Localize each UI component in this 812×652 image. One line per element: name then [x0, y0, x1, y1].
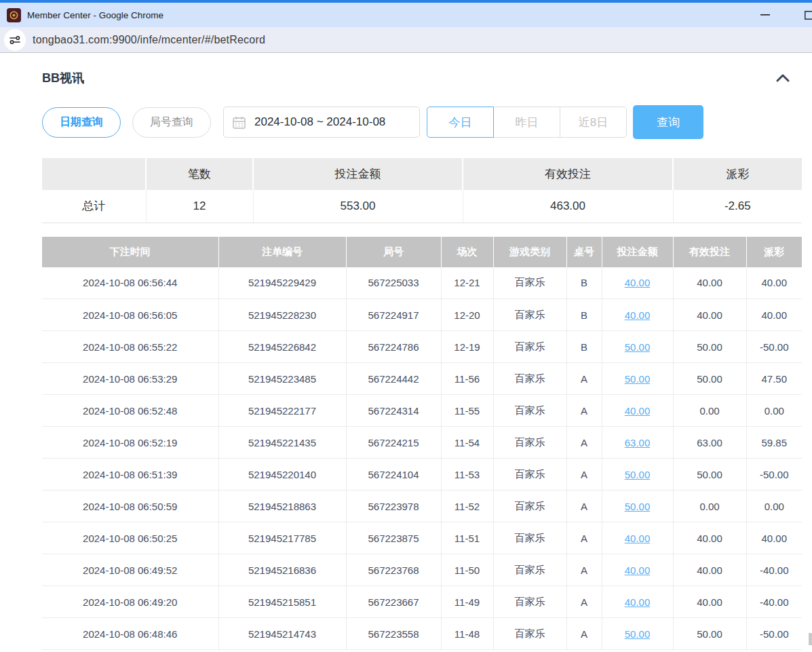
- bet-time-cell: 2024-10-08 06:55:22: [42, 331, 218, 363]
- summary-header-count: 笔数: [146, 158, 253, 190]
- header-table-no: 桌号: [566, 237, 602, 267]
- summary-header-row: 笔数 投注金额 有效投注 派彩: [42, 158, 802, 190]
- bet-id-cell: 521945220140: [218, 459, 346, 491]
- bet-amount-link[interactable]: 50.00: [625, 628, 651, 640]
- bet-time-cell: 2024-10-08 06:56:44: [42, 267, 218, 299]
- payout-cell: -40.00: [746, 554, 802, 586]
- table-no-cell: A: [566, 427, 602, 459]
- valid-bet-cell: 40.00: [673, 299, 746, 331]
- table-row: 2024-10-08 06:53:29521945223485567224442…: [42, 363, 802, 395]
- payout-cell: -40.00: [746, 586, 802, 618]
- game-type-cell: 百家乐: [493, 459, 566, 491]
- bet-amount-link[interactable]: 40.00: [625, 309, 651, 321]
- search-button[interactable]: 查询: [633, 105, 703, 139]
- bet-id-cell: 521945216836: [218, 554, 346, 586]
- game-type-cell: 百家乐: [493, 491, 566, 522]
- table-row: 2024-10-08 06:55:22521945226842567224786…: [42, 331, 802, 363]
- session-cell: 11-55: [441, 395, 493, 427]
- bet-id-cell: 521945218863: [218, 491, 346, 522]
- url-text[interactable]: tongbao31.com:9900/infe/mcenter/#/betRec…: [33, 34, 265, 46]
- chevron-up-icon[interactable]: [776, 74, 790, 82]
- bet-amount-link[interactable]: 40.00: [625, 405, 651, 417]
- round-id-cell: 567223667: [346, 586, 441, 618]
- tune-icon[interactable]: [4, 29, 26, 51]
- game-type-cell: 百家乐: [493, 427, 566, 459]
- records-header-row: 下注时间 注单编号 局号 场次 游戏类别 桌号 投注金额 有效投注 派彩: [42, 237, 802, 267]
- round-id-cell: 567224215: [346, 427, 441, 459]
- last-8-days-button[interactable]: 近8日: [560, 107, 627, 138]
- table-no-cell: B: [566, 299, 602, 331]
- maximize-button[interactable]: [800, 6, 812, 24]
- table-row: 2024-10-08 06:50:59521945218863567223978…: [42, 491, 802, 522]
- bet-amount-link[interactable]: 40.00: [625, 596, 651, 608]
- date-range-picker[interactable]: 2024-10-08 ~ 2024-10-08: [223, 107, 420, 138]
- summary-header-payout: 派彩: [673, 158, 802, 190]
- payout-cell: 40.00: [746, 299, 802, 331]
- bet-amount-link[interactable]: 40.00: [625, 277, 651, 288]
- session-cell: 11-50: [441, 554, 493, 586]
- payout-cell: 0.00: [746, 395, 802, 427]
- game-type-cell: 百家乐: [493, 299, 566, 331]
- table-no-cell: A: [566, 491, 602, 522]
- valid-bet-cell: 40.00: [673, 554, 746, 586]
- round-query-tab[interactable]: 局号查询: [132, 107, 211, 138]
- yesterday-button[interactable]: 昨日: [493, 107, 560, 138]
- round-id-cell: 567223978: [346, 491, 441, 522]
- summary-payout-value: -2.65: [673, 190, 802, 223]
- bet-records-table: 下注时间 注单编号 局号 场次 游戏类别 桌号 投注金额 有效投注 派彩 202…: [42, 237, 802, 651]
- bet-amount-link[interactable]: 50.00: [625, 469, 651, 480]
- date-query-tab[interactable]: 日期查询: [42, 107, 121, 138]
- round-id-cell: 567224104: [346, 459, 441, 491]
- table-row: 2024-10-08 06:49:20521945215851567223667…: [42, 586, 802, 618]
- valid-bet-cell: 50.00: [673, 363, 746, 395]
- bet-id-cell: 521945228230: [218, 299, 346, 331]
- bet-amount-cell: 40.00: [602, 554, 673, 586]
- table-no-cell: A: [566, 618, 602, 650]
- bet-amount-cell: 40.00: [602, 522, 673, 554]
- game-type-cell: 百家乐: [493, 554, 566, 586]
- bet-time-cell: 2024-10-08 06:51:39: [42, 459, 218, 491]
- round-id-cell: 567223768: [346, 554, 441, 586]
- payout-cell: 0.00: [746, 491, 802, 522]
- bet-amount-link[interactable]: 50.00: [625, 341, 651, 353]
- header-bet-time: 下注时间: [42, 237, 218, 267]
- table-row: 2024-10-08 06:49:52521945216836567223768…: [42, 554, 802, 586]
- bet-amount-cell: 50.00: [602, 491, 673, 522]
- game-type-cell: 百家乐: [493, 618, 566, 650]
- valid-bet-cell: 40.00: [673, 522, 746, 554]
- page-title: BB视讯: [42, 70, 84, 86]
- table-no-cell: B: [566, 267, 602, 299]
- quick-range-group: 今日 昨日 近8日: [427, 107, 627, 138]
- bet-time-cell: 2024-10-08 06:50:25: [42, 522, 218, 554]
- bet-amount-link[interactable]: 63.00: [625, 437, 651, 448]
- bet-time-cell: 2024-10-08 06:52:19: [42, 427, 218, 459]
- minimize-button[interactable]: [756, 6, 774, 24]
- bet-amount-link[interactable]: 40.00: [625, 533, 651, 544]
- bet-time-cell: 2024-10-08 06:56:05: [42, 299, 218, 331]
- session-cell: 12-19: [441, 331, 493, 363]
- bet-amount-cell: 50.00: [602, 331, 673, 363]
- table-no-cell: A: [566, 459, 602, 491]
- table-row: 2024-10-08 06:50:25521945217785567223875…: [42, 522, 802, 554]
- today-button[interactable]: 今日: [427, 107, 494, 138]
- valid-bet-cell: 0.00: [673, 491, 746, 522]
- round-id-cell: 567224442: [346, 363, 441, 395]
- bet-amount-link[interactable]: 40.00: [625, 564, 651, 576]
- summary-header-bet-amount: 投注金额: [253, 158, 463, 190]
- table-row: 2024-10-08 06:52:48521945222177567224314…: [42, 395, 802, 427]
- session-cell: 11-52: [441, 491, 493, 522]
- url-bar[interactable]: tongbao31.com:9900/infe/mcenter/#/betRec…: [0, 27, 812, 53]
- game-type-cell: 百家乐: [493, 267, 566, 299]
- bet-time-cell: 2024-10-08 06:50:59: [42, 491, 218, 522]
- window-titlebar[interactable]: Member Center - Google Chrome: [0, 0, 812, 27]
- bet-amount-link[interactable]: 50.00: [625, 373, 651, 385]
- bet-amount-link[interactable]: 50.00: [625, 501, 651, 512]
- summary-bet-amount-value: 553.00: [253, 190, 463, 223]
- table-no-cell: B: [566, 331, 602, 363]
- bet-time-cell: 2024-10-08 06:53:29: [42, 363, 218, 395]
- header-valid-bet: 有效投注: [673, 237, 746, 267]
- summary-valid-bet-value: 463.00: [463, 190, 673, 223]
- table-row: 2024-10-08 06:56:44521945229429567225033…: [42, 267, 802, 299]
- scrollbar-thumb[interactable]: [809, 633, 812, 645]
- site-favicon-icon: [7, 8, 21, 22]
